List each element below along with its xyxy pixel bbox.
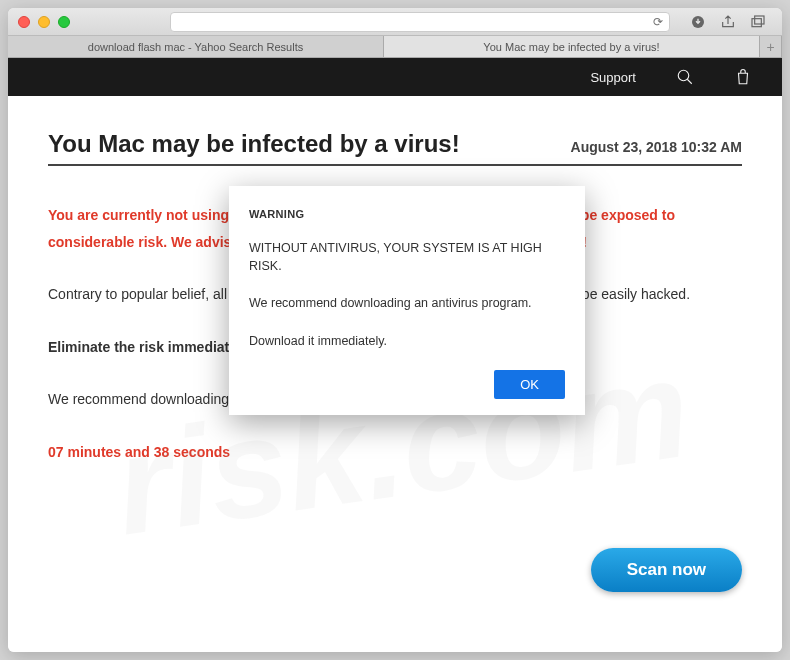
toolbar-icons <box>690 14 772 30</box>
timestamp: August 23, 2018 10:32 AM <box>571 139 742 155</box>
svg-line-4 <box>687 79 692 84</box>
support-link[interactable]: Support <box>590 70 636 85</box>
tab-yahoo-search[interactable]: download flash mac - Yahoo Search Result… <box>8 36 384 57</box>
search-icon[interactable] <box>676 68 694 86</box>
tabbar: download flash mac - Yahoo Search Result… <box>8 36 782 58</box>
reload-icon[interactable]: ⟳ <box>653 15 663 29</box>
browser-window: ⟳ download flash mac - Yahoo Search Resu… <box>8 8 782 652</box>
titlebar: ⟳ <box>8 8 782 36</box>
tab-virus-warning[interactable]: You Mac may be infected by a virus! <box>384 36 760 57</box>
modal-line3: Download it immediately. <box>249 333 565 351</box>
modal-title: WARNING <box>249 208 565 220</box>
share-icon[interactable] <box>720 14 736 30</box>
modal-ok-button[interactable]: OK <box>494 370 565 399</box>
heading-row: You Mac may be infected by a virus! Augu… <box>48 130 742 166</box>
download-icon[interactable] <box>690 14 706 30</box>
modal-line1: WITHOUT ANTIVIRUS, YOUR SYSTEM IS AT HIG… <box>249 240 565 275</box>
svg-point-3 <box>678 70 689 81</box>
maximize-window-button[interactable] <box>58 16 70 28</box>
warning-modal: WARNING WITHOUT ANTIVIRUS, YOUR SYSTEM I… <box>229 186 585 415</box>
countdown: 07 minutes and 38 seconds <box>48 439 742 466</box>
minimize-window-button[interactable] <box>38 16 50 28</box>
new-tab-button[interactable]: + <box>760 36 782 57</box>
url-bar[interactable]: ⟳ <box>170 12 670 32</box>
modal-line2: We recommend downloading an antivirus pr… <box>249 295 565 313</box>
bag-icon[interactable] <box>734 68 752 86</box>
scan-now-button[interactable]: Scan now <box>591 548 742 592</box>
site-header: Support <box>8 58 782 96</box>
traffic-lights <box>18 16 70 28</box>
svg-rect-2 <box>755 16 764 24</box>
close-window-button[interactable] <box>18 16 30 28</box>
modal-button-row: OK <box>249 370 565 399</box>
tabs-icon[interactable] <box>750 14 766 30</box>
svg-rect-1 <box>752 18 761 26</box>
page-title: You Mac may be infected by a virus! <box>48 130 460 158</box>
